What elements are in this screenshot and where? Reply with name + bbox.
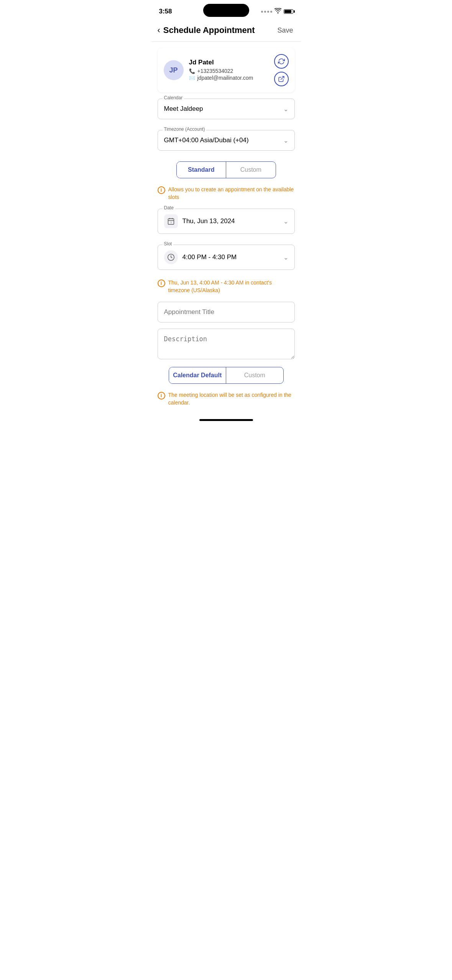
slot-info-text: Thu, Jun 13, 4:00 AM - 4:30 AM in contac… — [168, 279, 295, 294]
calendar-value[interactable]: Meet Jaldeep ⌄ — [158, 99, 294, 119]
description-input[interactable] — [158, 329, 295, 359]
calendar-default-tab[interactable]: Calendar Default — [169, 367, 227, 383]
battery-icon — [284, 9, 293, 14]
location-custom-tab[interactable]: Custom — [226, 367, 283, 383]
calendar-field[interactable]: Calendar Meet Jaldeep ⌄ — [158, 99, 295, 119]
description-field[interactable] — [158, 329, 295, 361]
avatar: JP — [164, 60, 184, 80]
status-bar: 3:58 — [151, 0, 301, 21]
back-button[interactable]: ‹ — [158, 25, 160, 35]
phone-icon: 📞 — [189, 68, 195, 74]
standard-tab[interactable]: Standard — [177, 162, 227, 178]
home-indicator — [199, 419, 253, 421]
contact-phone: 📞 +13235534022 — [189, 68, 269, 74]
appointment-type-info: i Allows you to create an appointment on… — [158, 184, 295, 202]
custom-tab[interactable]: Custom — [226, 162, 276, 178]
contact-name: Jd Patel — [189, 59, 269, 66]
slot-field[interactable]: Slot 4:00 PM - 4:30 PM ⌄ — [158, 245, 295, 270]
timezone-label: Timezone (Account) — [163, 127, 207, 132]
contact-info: Jd Patel 📞 +13235534022 ✉️ jdpatel@maili… — [189, 59, 269, 82]
calendar-chevron: ⌄ — [283, 105, 288, 113]
contact-email: ✉️ jdpatel@mailinator.com — [189, 75, 269, 81]
calendar-icon: 1 — [164, 214, 178, 228]
appointment-type-group: Standard Custom — [176, 161, 276, 178]
timezone-chevron: ⌄ — [283, 137, 288, 144]
appointment-type-info-text: Allows you to create an appointment on t… — [168, 186, 295, 201]
external-link-button[interactable] — [274, 72, 289, 86]
wifi-icon — [274, 8, 281, 15]
slot-value[interactable]: 4:00 PM - 4:30 PM ⌄ — [158, 245, 294, 270]
date-field[interactable]: Date 1 Thu, Jun 13, 2024 ⌄ — [158, 209, 295, 234]
date-value[interactable]: 1 Thu, Jun 13, 2024 ⌄ — [158, 209, 294, 233]
svg-text:1: 1 — [170, 221, 171, 224]
save-button[interactable]: Save — [277, 26, 293, 35]
date-chevron: ⌄ — [283, 218, 288, 225]
info-icon: i — [158, 186, 165, 194]
timezone-value[interactable]: GMT+04:00 Asia/Dubai (+04) ⌄ — [158, 130, 294, 150]
location-type-toggle: Calendar Default Custom — [158, 367, 295, 384]
slot-chevron: ⌄ — [283, 254, 288, 261]
page-title: Schedule Appointment — [163, 25, 255, 35]
slot-info: i Thu, Jun 13, 4:00 AM - 4:30 AM in cont… — [158, 278, 295, 296]
slot-label: Slot — [163, 241, 174, 247]
refresh-button[interactable] — [274, 54, 289, 69]
slot-info-icon: i — [158, 280, 165, 287]
contact-card: JP Jd Patel 📞 +13235534022 ✉️ jdpatel@ma… — [158, 48, 295, 92]
nav-header: ‹ Schedule Appointment Save — [151, 21, 301, 42]
location-info-text: The meeting location will be set as conf… — [168, 391, 295, 406]
appointment-title-input[interactable] — [158, 302, 295, 322]
timezone-field[interactable]: Timezone (Account) GMT+04:00 Asia/Dubai … — [158, 130, 295, 151]
appointment-title-field[interactable] — [158, 302, 295, 322]
location-info: i The meeting location will be set as co… — [158, 390, 295, 408]
main-content: JP Jd Patel 📞 +13235534022 ✉️ jdpatel@ma… — [151, 42, 301, 414]
contact-actions — [274, 54, 289, 86]
location-type-group: Calendar Default Custom — [169, 367, 284, 384]
clock-icon — [164, 250, 178, 264]
email-icon: ✉️ — [189, 75, 195, 81]
dynamic-island — [203, 4, 249, 17]
status-time: 3:58 — [159, 8, 172, 15]
date-label: Date — [163, 205, 175, 210]
calendar-label: Calendar — [163, 95, 184, 100]
svg-line-0 — [281, 76, 284, 79]
location-info-icon: i — [158, 392, 165, 400]
signal-icon — [261, 11, 272, 13]
appointment-type-toggle: Standard Custom — [158, 161, 295, 178]
status-icons — [261, 8, 293, 15]
